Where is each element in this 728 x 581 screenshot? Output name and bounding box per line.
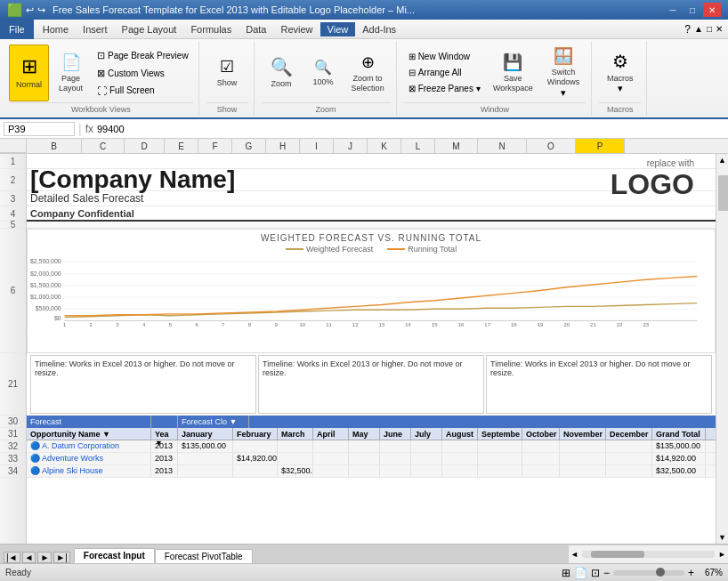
row-num-timeline[interactable]: 21 [0,353,26,416]
arrange-all-btn[interactable]: ⊟ Arrange All [404,65,485,80]
help-icon[interactable]: ? [684,23,691,36]
home-menu[interactable]: Home [36,22,76,36]
save-workspace-btn[interactable]: 💾 SaveWorkspace [487,44,539,101]
show-btn[interactable]: ☑ Show [207,44,247,101]
tab-first-btn[interactable]: |◄ [4,552,20,563]
svg-text:$0: $0 [54,316,61,322]
scroll-up-btn[interactable]: ▲ [716,154,728,166]
row-num-32[interactable]: 32 [0,440,26,453]
vertical-scrollbar[interactable]: ▲ ▼ [716,154,728,544]
row-num-5[interactable]: 5 [0,222,26,229]
restore-btn[interactable]: □ [684,3,701,17]
zoom-in-btn[interactable]: + [688,567,694,579]
col-header-e[interactable]: E [165,139,198,153]
data-menu[interactable]: Data [239,22,273,36]
horizontal-scrollbar[interactable]: ◄ ► [568,545,728,563]
page-layout-btn[interactable]: 📄 PageLayout [51,44,91,101]
hscroll-track[interactable] [582,551,715,558]
company-name-cell[interactable]: [Company Name] [30,165,611,194]
hscroll-left-btn[interactable]: ◄ [569,550,580,559]
custom-views-btn[interactable]: ⊠ Custom Views [93,65,193,82]
full-screen-btn[interactable]: ⛶ Full Screen [93,83,193,99]
th-forecast-close: Forecast Clo ▼ [178,416,249,428]
close-ribbon-icon[interactable]: ✕ [716,24,723,34]
zoom-out-btn[interactable]: − [603,567,610,579]
company-name-text: [Company Name] [30,165,235,193]
td-oct-2 [522,453,560,464]
row-num-2[interactable]: 2 [0,169,26,191]
full-screen-icon: ⛶ [97,85,107,96]
scroll-thumb[interactable] [718,175,729,211]
close-btn[interactable]: ✕ [703,3,721,17]
col-header-h[interactable]: H [266,139,300,153]
formulas-menu[interactable]: Formulas [183,22,239,36]
th-empty [151,416,178,428]
freeze-panes-btn[interactable]: ⊠ Freeze Panes ▾ [404,81,485,96]
show-group-label: Show [206,102,248,114]
col-header-d[interactable]: D [125,139,165,153]
normal-view-btn[interactable]: ⊞ Normal [9,44,49,101]
col-header-c[interactable]: C [82,139,125,153]
new-window-btn[interactable]: ⊞ New Window [404,49,485,64]
function-icon[interactable]: fx [85,123,93,135]
row-num-3[interactable]: 3 [0,191,26,206]
col-header-n[interactable]: N [478,139,527,153]
custom-views-icon: ⊠ [97,68,105,79]
col-header-f[interactable]: F [198,139,232,153]
zoom-slider-thumb[interactable] [656,568,665,577]
col-header-o[interactable]: O [527,139,576,153]
zoom100-btn[interactable]: 🔍 100% [303,44,344,101]
tab-last-btn[interactable]: ►| [53,552,70,563]
hscroll-thumb[interactable] [591,551,644,558]
cell-reference[interactable] [4,122,75,136]
col-header-j[interactable]: J [334,139,368,153]
svg-text:$1,000,000: $1,000,000 [30,294,61,300]
insert-menu[interactable]: Insert [76,22,115,36]
row-num-1[interactable]: 1 [0,154,26,169]
col-header-l[interactable]: L [401,139,435,153]
tab-prev-btn[interactable]: ◄ [22,552,36,563]
row-num-31[interactable]: 31 [0,428,26,440]
sheet-tab-pivot-table[interactable]: Forecast PivotTable [155,549,253,563]
page-layout-menu[interactable]: Page Layout [115,22,184,36]
hscroll-right-btn[interactable]: ► [716,550,728,559]
minimize-btn[interactable]: ─ [664,3,682,17]
formula-input[interactable] [97,124,724,134]
page-break-preview-btn[interactable]: ⊡ Page Break Preview [93,47,193,64]
scroll-track[interactable] [717,166,728,531]
col-header-p[interactable]: P [576,139,625,153]
view-normal-icon[interactable]: ⊞ [562,567,570,579]
row-num-34[interactable]: 34 [0,465,26,478]
undo-icon[interactable]: ↩ [26,4,34,16]
zoom-selection-btn[interactable]: ⊕ Zoom toSelection [345,44,391,101]
zoom-btn[interactable]: 🔍 Zoom [262,44,302,101]
col-header-b[interactable]: B [27,139,82,153]
col-header-m[interactable]: M [435,139,478,153]
th-august: August [442,428,478,440]
view-break-icon[interactable]: ⊡ [591,567,600,579]
scroll-down-btn[interactable]: ▼ [716,531,728,544]
macros-btn[interactable]: ⚙ Macros ▾ [600,44,640,101]
col-header-g[interactable]: G [232,139,266,153]
col-header-i[interactable]: I [300,139,334,153]
view-menu[interactable]: View [320,22,356,36]
redo-icon[interactable]: ↪ [37,4,45,16]
row-5 [27,222,716,229]
expand-icon[interactable]: ▲ [694,24,703,34]
window-icon[interactable]: □ [707,24,712,34]
tab-next-btn[interactable]: ► [37,552,52,563]
sheet-tab-forecast-input[interactable]: Forecast Input [74,548,155,563]
row-num-chart[interactable]: 6 [0,229,26,353]
row-num-33[interactable]: 33 [0,453,26,465]
zoom-level-text[interactable]: 67% [698,568,723,577]
view-layout-icon[interactable]: 📄 [574,567,587,579]
td-jan-3 [178,465,233,477]
addins-menu[interactable]: Add-Ins [355,22,403,36]
review-menu[interactable]: Review [273,22,320,36]
switch-windows-btn[interactable]: 🪟 SwitchWindows ▾ [541,44,586,101]
zoom-slider[interactable] [613,570,684,576]
window-items: ⊞ New Window ⊟ Arrange All ⊠ Freeze Pane… [404,43,586,102]
row-num-30[interactable]: 30 [0,416,26,428]
col-header-k[interactable]: K [368,139,401,153]
file-menu[interactable]: File [0,20,34,39]
